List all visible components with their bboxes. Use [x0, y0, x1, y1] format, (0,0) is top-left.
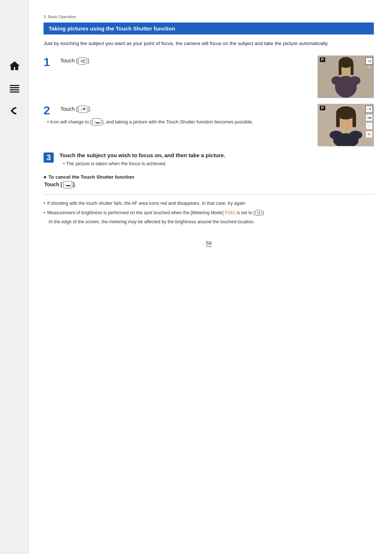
- step-3-number: 3: [44, 152, 54, 163]
- step2-icon: ↕✕: [78, 106, 87, 113]
- camera-preview-2: P ↕✕ ↕▬ ↕ ▭: [318, 104, 374, 146]
- step-2-row: 2 Touch [↕✕]. Icon will change to [↕▬], …: [44, 104, 374, 146]
- cancel-icon: ↕▬: [63, 181, 72, 188]
- step1-icon: ◁: [78, 57, 86, 65]
- step-1-preview: P ◁ fn: [318, 56, 374, 98]
- divider: [44, 194, 374, 195]
- note-3: At the edge of the screen, the metering …: [44, 218, 374, 226]
- step-3-sub: The picture is taken when the focus is a…: [60, 160, 374, 167]
- svg-rect-3: [10, 91, 19, 93]
- back-icon[interactable]: [7, 103, 23, 119]
- p-mode-badge-2: P: [320, 106, 325, 110]
- description-text: Just by touching the subject you want as…: [44, 40, 374, 48]
- svg-rect-1: [10, 87, 19, 88]
- step-3-row: 3 Touch the subject you wish to focus on…: [44, 152, 374, 167]
- note-2: Measurement of brightness is performed o…: [44, 209, 374, 217]
- cam-icon-arrow: ◁: [366, 57, 373, 65]
- step-2-sub: Icon will change to [↕▬], and taking a p…: [44, 118, 312, 126]
- page-number: 59: [44, 240, 374, 246]
- breadcrumb: 3. Basic Operation: [44, 15, 374, 19]
- main-content: 3. Basic Operation Taking pictures using…: [29, 0, 392, 554]
- menu-icon[interactable]: [7, 81, 23, 97]
- page-title: Taking pictures using the Touch Shutter …: [44, 23, 374, 34]
- cancel-touch-label: Touch [↕▬].: [44, 181, 374, 188]
- step2-changed-icon: ↕▬: [92, 118, 101, 126]
- home-icon[interactable]: [7, 58, 23, 74]
- step-1-label: Touch [◁].: [60, 57, 90, 65]
- camera-right-icons-2: ↕✕ ↕▬ ↕ ▭: [366, 106, 373, 138]
- p-mode-badge-1: P: [320, 57, 325, 62]
- p161-link[interactable]: P161: [225, 210, 235, 215]
- step-1-number: 1: [44, 56, 56, 68]
- step-1-content: 1 Touch [◁].: [44, 56, 312, 70]
- cam-icon-small: ↕: [366, 122, 373, 130]
- cam-icon-rect: ▭: [366, 131, 373, 138]
- note-1: If shooting with the touch shutter fails…: [44, 200, 374, 207]
- camera-right-icons-1: ◁ fn: [366, 57, 373, 69]
- step-3-label: Touch the subject you wish to focus on, …: [60, 152, 374, 158]
- step-2-label: Touch [↕✕].: [60, 106, 91, 113]
- cam-icon-ts-changed: ↕▬: [366, 114, 373, 121]
- camera-preview-1: P ◁ fn: [318, 56, 374, 98]
- step-2-content: 2 Touch [↕✕]. Icon will change to [↕▬], …: [44, 104, 312, 126]
- cam-icon-ts-active: ↕✕: [366, 106, 373, 113]
- sidebar: [0, 0, 29, 554]
- step-2-preview: P ↕✕ ↕▬ ↕ ▭: [318, 104, 374, 146]
- svg-rect-0: [10, 85, 19, 86]
- camera-overlay-1: P ◁ fn: [318, 56, 374, 98]
- notes-section: If shooting with the touch shutter fails…: [44, 200, 374, 226]
- camera-overlay-2: P ↕✕ ↕▬ ↕ ▭: [318, 104, 374, 146]
- svg-rect-2: [10, 89, 19, 90]
- cancel-title: To cancel the Touch Shutter function: [44, 174, 374, 180]
- step-1-row: 1 Touch [◁].: [44, 56, 374, 98]
- cancel-section: To cancel the Touch Shutter function Tou…: [44, 174, 374, 188]
- step-3-content: Touch the subject you wish to focus on, …: [60, 152, 374, 167]
- note-icon: ◻: [256, 210, 262, 216]
- step-2-number: 2: [44, 105, 56, 116]
